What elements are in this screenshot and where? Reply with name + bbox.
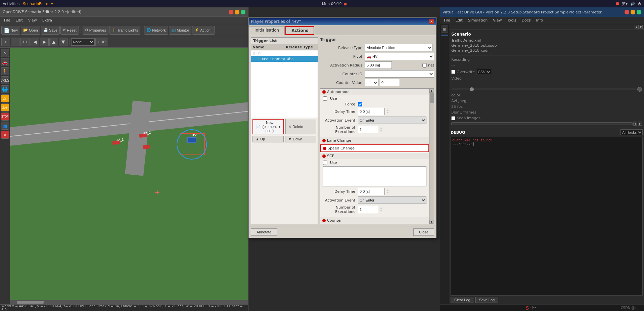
scp-text-area[interactable]	[323, 166, 426, 186]
debug-filter-select[interactable]: All Tasks	[620, 129, 643, 135]
num-exec-input[interactable]	[358, 126, 378, 133]
scroll-up-arrow[interactable]: ▲	[429, 89, 433, 93]
menu-extra[interactable]: Extra	[40, 17, 55, 23]
new-trigger-btn[interactable]: 📄 New (element pos.) ▾	[252, 119, 284, 134]
zoom-out-btn[interactable]: −	[11, 38, 19, 46]
menu-edit[interactable]: Edit	[13, 17, 25, 23]
toolbar-properties-btn[interactable]: ⚙ Properties	[83, 26, 108, 35]
scp-act-event-select[interactable]: On Enter	[358, 196, 426, 204]
down-trigger-btn[interactable]: ▼ Down	[285, 136, 316, 142]
hscrollbar-thumb[interactable]	[17, 301, 44, 304]
vtd-icon-grid[interactable]: ⊞	[441, 26, 448, 33]
slider-end-btn-1[interactable]	[637, 87, 642, 92]
scp-num-exec-input[interactable]	[358, 206, 378, 213]
activation-event-select[interactable]: On Enter	[358, 117, 426, 124]
nav-mode-select[interactable]: None	[71, 38, 95, 46]
action-autonomous-header[interactable]: Autonomous	[320, 89, 429, 95]
overwrite-checkbox[interactable]	[451, 70, 455, 74]
clear-log-btn[interactable]: Clear Log	[451, 297, 474, 303]
scp-num-down-btn[interactable]: ▼	[380, 210, 382, 212]
nav-down-btn[interactable]: ▼	[59, 38, 67, 46]
power-icon[interactable]: ⏻	[638, 2, 641, 6]
menu-file[interactable]: File	[1, 17, 13, 23]
tool-vres[interactable]: VRES	[1, 76, 9, 84]
release-type-select[interactable]: Absolute Position	[365, 44, 433, 51]
tab-initialisation[interactable]: Initialisation	[249, 26, 285, 35]
keep-images-checkbox[interactable]	[451, 116, 455, 120]
zoom-fit-btn[interactable]: 1:1	[20, 38, 30, 46]
action-lane-change-header[interactable]: Lane Change	[320, 137, 429, 144]
vtd-scroll-up[interactable]: ▲	[635, 25, 639, 29]
tool-car[interactable]: 🚗	[1, 58, 9, 66]
app-switcher[interactable]: ScenarioEditor ▾	[23, 2, 53, 6]
action-scp-header[interactable]: SCP	[320, 153, 429, 159]
right-max-btn[interactable]	[637, 10, 641, 14]
left-min-btn[interactable]	[235, 10, 239, 14]
net-checkbox[interactable]	[422, 63, 427, 68]
right-menu-docs[interactable]: Docs	[519, 17, 534, 23]
hup-btn[interactable]: HUP	[95, 38, 108, 46]
counter-value-op-select[interactable]: =	[365, 79, 378, 86]
delay-time-input[interactable]	[358, 108, 385, 115]
counter-id-select[interactable]	[365, 70, 434, 78]
tool-person[interactable]: 🚶	[1, 67, 9, 75]
scp-delay-input[interactable]	[358, 188, 385, 195]
action-speed-change-header[interactable]: Speed Change	[320, 144, 429, 152]
tool-team[interactable]: 👥	[1, 122, 9, 130]
tool-globe[interactable]: 🌐	[1, 85, 9, 93]
right-menu-tools[interactable]: Tools	[504, 17, 519, 23]
scp-delay-down-btn[interactable]: ▼	[387, 191, 389, 194]
actions-scrollbar[interactable]: ▲ ▼	[429, 89, 434, 224]
scenario-item-0[interactable]: TrafficDemo.xml	[451, 38, 642, 43]
force-checkbox[interactable]	[358, 102, 362, 106]
tab-actions[interactable]: Actions	[285, 26, 314, 35]
nav-forward-btn[interactable]: ▶	[40, 38, 49, 46]
left-close-btn[interactable]	[229, 10, 233, 14]
scenario-item-2[interactable]: Germany_2018.xodr	[451, 48, 642, 53]
nav-up-btn[interactable]: ▲	[49, 38, 58, 46]
scp-use-checkbox[interactable]	[323, 161, 327, 165]
annotate-btn[interactable]: Annotate	[251, 228, 277, 236]
close-btn[interactable]: Close	[413, 228, 434, 236]
toolbar-save-btn[interactable]: 💾 Save	[41, 26, 60, 35]
delay-down-btn[interactable]: ▼	[387, 112, 389, 114]
activation-radius-input[interactable]	[365, 61, 392, 69]
lang-selector[interactable]: 英▾	[622, 1, 628, 6]
autonomous-use-checkbox[interactable]	[323, 96, 327, 101]
right-menu-simulation[interactable]: Simulation	[465, 17, 491, 23]
up-trigger-btn[interactable]: ▲ Up	[252, 136, 284, 142]
rec-scroll-left[interactable]: ◀	[633, 122, 637, 126]
right-menu-edit[interactable]: Edit	[453, 17, 465, 23]
right-menu-info[interactable]: Info	[534, 17, 546, 23]
vtd-scroll-down[interactable]: ▼	[639, 25, 643, 29]
overwrite-format-select[interactable]: CSV	[476, 69, 491, 75]
scenario-item-1[interactable]: Germany_2018.opt.osgb	[451, 43, 642, 48]
recording-hscrollbar[interactable]	[451, 122, 633, 125]
zoom-in-btn[interactable]: +	[1, 38, 10, 46]
slider-track-1[interactable]	[451, 88, 636, 90]
toolbar-new-btn[interactable]: 📄 New	[1, 26, 20, 35]
right-menu-view[interactable]: View	[490, 17, 504, 23]
nav-back-btn[interactable]: ◀	[31, 38, 39, 46]
dialog-close-btn[interactable]: ✕	[429, 19, 434, 24]
tool-stop[interactable]: STOP	[1, 113, 9, 121]
right-menu-file[interactable]: File	[441, 17, 453, 23]
volume-icon[interactable]: 🔊	[630, 2, 635, 6]
pivot-select[interactable]: 🚗 HV	[365, 53, 434, 60]
trigger-tree-hv[interactable]: ⊟ HV	[251, 50, 318, 56]
canvas-hscrollbar[interactable]	[10, 300, 248, 304]
canvas-area[interactable]: RV_1 RV_2 HV +	[10, 48, 248, 304]
scroll-thumb[interactable]	[430, 93, 434, 103]
slider-thumb-1[interactable]	[470, 87, 474, 91]
toolbar-traffic-lights-btn[interactable]: 🚦 Traffic Lights	[109, 26, 140, 35]
tool-diamond[interactable]: ◈	[1, 131, 9, 139]
save-log-btn[interactable]: Save Log	[475, 297, 498, 303]
scroll-down-arrow[interactable]: ▼	[429, 220, 433, 224]
right-close-btn[interactable]	[625, 10, 629, 14]
tool-warning2[interactable]: ⚠+	[1, 103, 9, 112]
delete-trigger-btn[interactable]: ✕ Delete	[285, 119, 316, 134]
toolbar-action-btn[interactable]: ⚡ Action I	[192, 26, 215, 35]
toolbar-monitor-btn[interactable]: 📺 Monitor	[169, 26, 192, 35]
trigger-tree-edit-name[interactable]: ⚠ <edit name> abs	[251, 56, 318, 62]
toolbar-reset-btn[interactable]: ↺ Reset	[60, 26, 79, 35]
